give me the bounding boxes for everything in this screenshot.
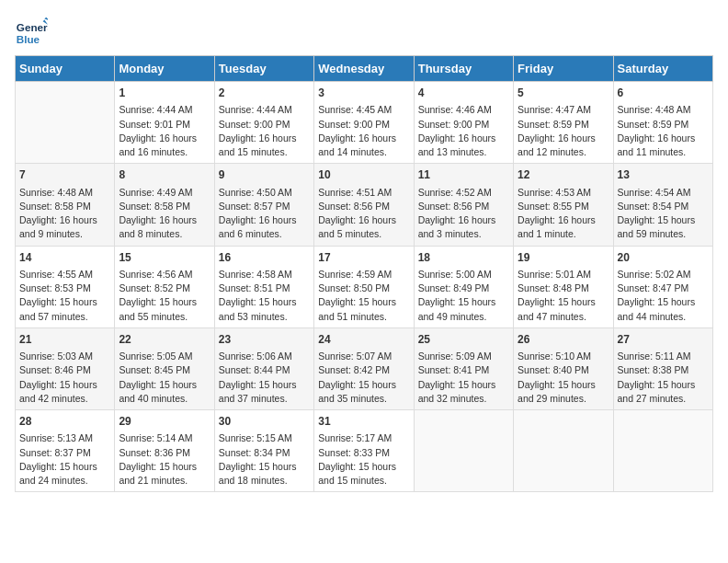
sunrise-text: Sunrise: 5:06 AM bbox=[219, 350, 292, 362]
sunrise-text: Sunrise: 4:45 AM bbox=[318, 104, 392, 115]
daylight-text: Daylight: 15 hours and 55 minutes. bbox=[119, 296, 197, 321]
daylight-text: Daylight: 15 hours and 59 minutes. bbox=[618, 214, 696, 239]
daylight-text: Daylight: 16 hours and 9 minutes. bbox=[19, 214, 97, 239]
day-header-monday: Monday bbox=[115, 56, 214, 82]
sunset-text: Sunset: 8:49 PM bbox=[418, 282, 490, 293]
day-number: 31 bbox=[318, 414, 409, 430]
day-header-friday: Friday bbox=[514, 56, 613, 82]
daylight-text: Daylight: 16 hours and 13 minutes. bbox=[418, 132, 496, 157]
day-number: 21 bbox=[19, 332, 110, 348]
sunset-text: Sunset: 8:46 PM bbox=[19, 364, 91, 375]
daylight-text: Daylight: 15 hours and 15 minutes. bbox=[318, 461, 396, 486]
daylight-text: Daylight: 15 hours and 47 minutes. bbox=[518, 296, 596, 321]
day-number: 7 bbox=[19, 167, 110, 183]
calendar-week-4: 21Sunrise: 5:03 AMSunset: 8:46 PMDayligh… bbox=[16, 327, 713, 409]
calendar-cell: 22Sunrise: 5:05 AMSunset: 8:45 PMDayligh… bbox=[115, 327, 214, 409]
calendar-cell: 20Sunrise: 5:02 AMSunset: 8:47 PMDayligh… bbox=[613, 246, 712, 327]
sunrise-text: Sunrise: 4:49 AM bbox=[119, 187, 192, 198]
day-number: 28 bbox=[19, 414, 110, 430]
daylight-text: Daylight: 15 hours and 37 minutes. bbox=[219, 379, 297, 404]
day-number: 13 bbox=[618, 167, 709, 183]
day-number: 30 bbox=[219, 414, 310, 430]
sunrise-text: Sunrise: 5:00 AM bbox=[418, 269, 492, 280]
daylight-text: Daylight: 16 hours and 6 minutes. bbox=[219, 214, 297, 239]
day-header-thursday: Thursday bbox=[414, 56, 513, 82]
daylight-text: Daylight: 16 hours and 12 minutes. bbox=[518, 132, 596, 157]
day-header-saturday: Saturday bbox=[613, 56, 712, 82]
sunset-text: Sunset: 8:34 PM bbox=[219, 447, 290, 458]
day-number: 17 bbox=[318, 250, 409, 266]
sunrise-text: Sunrise: 4:58 AM bbox=[219, 269, 292, 280]
logo: General Blue bbox=[15, 15, 51, 48]
calendar-week-3: 14Sunrise: 4:55 AMSunset: 8:53 PMDayligh… bbox=[16, 246, 713, 327]
day-number: 14 bbox=[19, 250, 110, 266]
sunset-text: Sunset: 8:58 PM bbox=[119, 201, 190, 212]
day-number: 20 bbox=[618, 250, 709, 266]
sunrise-text: Sunrise: 5:09 AM bbox=[418, 350, 492, 362]
sunset-text: Sunset: 8:40 PM bbox=[518, 364, 589, 375]
sunrise-text: Sunrise: 5:05 AM bbox=[119, 350, 192, 362]
sunset-text: Sunset: 8:53 PM bbox=[19, 282, 91, 293]
sunset-text: Sunset: 8:59 PM bbox=[618, 119, 689, 130]
calendar-week-5: 28Sunrise: 5:13 AMSunset: 8:37 PMDayligh… bbox=[16, 410, 713, 492]
calendar-cell: 1Sunrise: 4:44 AMSunset: 9:01 PMDaylight… bbox=[115, 82, 214, 164]
day-number: 1 bbox=[119, 86, 210, 101]
sunrise-text: Sunrise: 4:47 AM bbox=[518, 104, 591, 115]
calendar-cell: 15Sunrise: 4:56 AMSunset: 8:52 PMDayligh… bbox=[115, 246, 214, 327]
day-number: 19 bbox=[518, 250, 609, 266]
sunset-text: Sunset: 8:42 PM bbox=[318, 364, 390, 375]
calendar-cell: 21Sunrise: 5:03 AMSunset: 8:46 PMDayligh… bbox=[16, 327, 115, 409]
sunset-text: Sunset: 9:00 PM bbox=[418, 119, 490, 130]
sunset-text: Sunset: 8:37 PM bbox=[19, 447, 91, 458]
sunrise-text: Sunrise: 5:11 AM bbox=[618, 350, 691, 362]
sunset-text: Sunset: 8:38 PM bbox=[618, 364, 689, 375]
sunset-text: Sunset: 9:00 PM bbox=[219, 119, 290, 130]
sunrise-text: Sunrise: 5:01 AM bbox=[518, 269, 591, 280]
sunrise-text: Sunrise: 5:13 AM bbox=[19, 432, 93, 443]
calendar-table: SundayMondayTuesdayWednesdayThursdayFrid… bbox=[15, 55, 713, 492]
daylight-text: Daylight: 16 hours and 5 minutes. bbox=[318, 214, 396, 239]
daylight-text: Daylight: 15 hours and 27 minutes. bbox=[618, 379, 696, 404]
calendar-cell: 17Sunrise: 4:59 AMSunset: 8:50 PMDayligh… bbox=[314, 246, 414, 327]
calendar-cell: 14Sunrise: 4:55 AMSunset: 8:53 PMDayligh… bbox=[16, 246, 115, 327]
daylight-text: Daylight: 15 hours and 21 minutes. bbox=[119, 461, 197, 486]
sunrise-text: Sunrise: 4:44 AM bbox=[119, 104, 192, 115]
day-number: 9 bbox=[219, 167, 310, 183]
day-number: 22 bbox=[119, 332, 210, 348]
day-number: 2 bbox=[219, 86, 310, 101]
calendar-cell: 2Sunrise: 4:44 AMSunset: 9:00 PMDaylight… bbox=[214, 82, 313, 164]
calendar-cell: 10Sunrise: 4:51 AMSunset: 8:56 PMDayligh… bbox=[314, 164, 414, 246]
day-number: 27 bbox=[618, 332, 709, 348]
calendar-week-2: 7Sunrise: 4:48 AMSunset: 8:58 PMDaylight… bbox=[16, 164, 713, 246]
sunrise-text: Sunrise: 4:52 AM bbox=[418, 187, 492, 198]
calendar-cell: 31Sunrise: 5:17 AMSunset: 8:33 PMDayligh… bbox=[314, 410, 414, 492]
svg-marker-3 bbox=[44, 17, 48, 21]
calendar-cell: 5Sunrise: 4:47 AMSunset: 8:59 PMDaylight… bbox=[514, 82, 613, 164]
daylight-text: Daylight: 15 hours and 18 minutes. bbox=[219, 461, 297, 486]
sunset-text: Sunset: 9:00 PM bbox=[318, 119, 390, 130]
sunset-text: Sunset: 8:45 PM bbox=[119, 364, 190, 375]
sunrise-text: Sunrise: 5:03 AM bbox=[19, 350, 93, 362]
calendar-cell: 27Sunrise: 5:11 AMSunset: 8:38 PMDayligh… bbox=[613, 327, 712, 409]
day-number: 3 bbox=[318, 86, 409, 101]
days-header-row: SundayMondayTuesdayWednesdayThursdayFrid… bbox=[16, 56, 713, 82]
sunset-text: Sunset: 8:33 PM bbox=[318, 447, 390, 458]
logo-icon: General Blue bbox=[15, 15, 48, 48]
sunset-text: Sunset: 8:51 PM bbox=[219, 282, 290, 293]
calendar-week-1: 1Sunrise: 4:44 AMSunset: 9:01 PMDaylight… bbox=[16, 82, 713, 164]
daylight-text: Daylight: 15 hours and 29 minutes. bbox=[518, 379, 596, 404]
sunset-text: Sunset: 8:54 PM bbox=[618, 201, 689, 212]
sunset-text: Sunset: 8:36 PM bbox=[119, 447, 190, 458]
svg-text:Blue: Blue bbox=[17, 33, 40, 45]
calendar-cell: 25Sunrise: 5:09 AMSunset: 8:41 PMDayligh… bbox=[414, 327, 513, 409]
day-number: 24 bbox=[318, 332, 409, 348]
sunset-text: Sunset: 8:57 PM bbox=[219, 201, 290, 212]
calendar-cell bbox=[514, 410, 613, 492]
daylight-text: Daylight: 16 hours and 1 minute. bbox=[518, 214, 596, 239]
calendar-cell: 3Sunrise: 4:45 AMSunset: 9:00 PMDaylight… bbox=[314, 82, 414, 164]
day-number: 4 bbox=[418, 86, 509, 101]
daylight-text: Daylight: 15 hours and 40 minutes. bbox=[119, 379, 197, 404]
daylight-text: Daylight: 16 hours and 16 minutes. bbox=[119, 132, 197, 157]
calendar-cell: 23Sunrise: 5:06 AMSunset: 8:44 PMDayligh… bbox=[214, 327, 313, 409]
sunset-text: Sunset: 8:56 PM bbox=[418, 201, 490, 212]
